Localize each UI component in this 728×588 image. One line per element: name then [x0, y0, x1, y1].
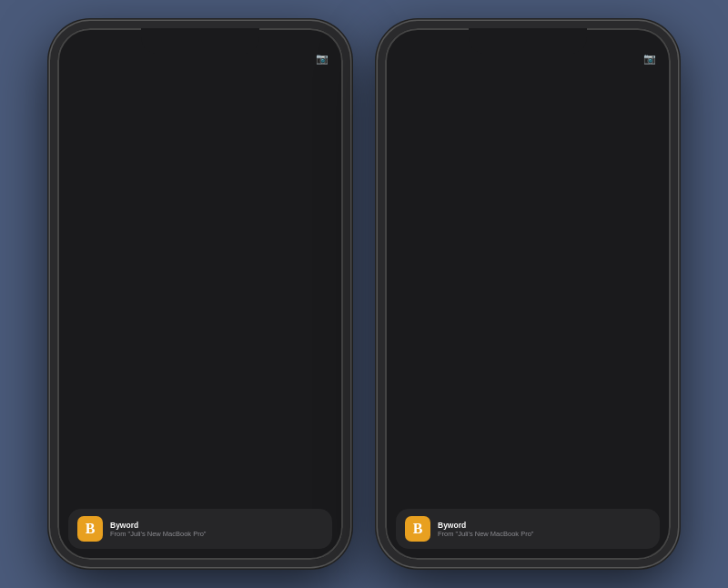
menu-calendar-1[interactable]: 📅 Calendar ›: [57, 299, 230, 320]
menu-icon-activity-1: ◉: [62, 260, 76, 275]
safari-img-1: [212, 146, 343, 182]
menu-breathe-2[interactable]: ◎ Breathe ›: [385, 279, 558, 299]
menu-heartrate-1[interactable]: ♥ Heart Rate ›: [57, 383, 230, 404]
watch-icon-1: [62, 72, 80, 90]
watch-header-2: Watch: [385, 65, 558, 96]
menu-icon-clock-1: ⏰: [62, 323, 76, 338]
watch-menu-2: ⚙ General › ▲▲▲ Cellular › ☀ Brightness …: [385, 111, 558, 404]
phone-2: 📷 🧭 9to5mac.com To give us a bett genera…: [378, 21, 678, 567]
menu-sos-2[interactable]: SOS Emergency SOS ›: [385, 216, 558, 237]
camera-icon-2: 📷: [643, 53, 656, 65]
menu-icon-activity-2: ◉: [389, 260, 404, 275]
menu-label-privacy-1: Privacy: [82, 242, 218, 251]
menu-icon-brightness-2: ☀: [389, 156, 404, 170]
menu-heartrate-2[interactable]: ♥ Heart Rate ›: [385, 383, 558, 404]
safari-text-1: Following the review models, iFixit la v…: [212, 119, 343, 142]
menu-label-passcode-2: Passcode: [410, 200, 546, 209]
menu-icon-passcode-2: 🔒: [389, 198, 404, 212]
menu-icon-privacy-2: ✋: [389, 239, 404, 254]
menu-label-sos-2: Emergency SOS: [410, 221, 546, 230]
menu-label-calendar-2: Calendar: [410, 305, 546, 314]
menu-brightness-1[interactable]: ☀ Brightness & Text Size ›: [57, 153, 230, 174]
menu-cellular-1[interactable]: ▲▲▲ Cellular ›: [57, 132, 230, 153]
menu-label-cellular-2: Cellular: [410, 137, 546, 147]
menu-health-1[interactable]: ❤ Health ›: [57, 362, 230, 383]
menu-label-contacts-2: Contacts: [410, 347, 546, 356]
menu-label-sos-1: Emergency SOS: [82, 221, 218, 230]
menu-label-activity-1: Activity: [82, 263, 218, 272]
menu-label-general-1: General: [82, 117, 218, 126]
menu-icon-cellular-1: ▲▲▲: [62, 135, 76, 149]
menu-chevron-general-1: ›: [218, 117, 221, 126]
notification-banner-2[interactable]: B Byword From "Juli's New MacBook Pro": [396, 509, 660, 549]
menu-icon-general-1: ⚙: [62, 114, 76, 128]
safari-text2-1: Apple today sub planned Federatio Melbou…: [212, 223, 343, 238]
menu-privacy-1[interactable]: ✋ Privacy ›: [57, 237, 230, 258]
notif-app-name-1: Byword: [110, 521, 323, 530]
menu-general-1[interactable]: ⚙ General ›: [57, 111, 230, 132]
menu-clock-1[interactable]: ⏰ Clock ›: [57, 320, 230, 341]
menu-passcode-2[interactable]: 🔒 Passcode ›: [385, 195, 558, 216]
menu-label-calendar-1: Calendar: [82, 305, 218, 314]
menu-label-activity-2: Activity: [410, 263, 546, 272]
menu-general-2[interactable]: ⚙ General ›: [385, 111, 558, 132]
menu-health-2[interactable]: ❤ Health ›: [385, 362, 558, 383]
menu-sounds-2[interactable]: 🔔 Sounds & Haptics ›: [385, 174, 558, 195]
phone-screen-1: 📷 🧭 9to5mac.com iFixit Tests Sili MacBoo…: [57, 28, 343, 560]
notif-app-sub-2: From "Juli's New MacBook Pro": [438, 530, 651, 538]
menu-label-general-2: General: [410, 117, 546, 126]
menu-icon-breathe-1: ◎: [62, 281, 76, 296]
menu-passcode-1[interactable]: 🔒 Passcode ›: [57, 195, 230, 216]
menu-clock-2[interactable]: ⏰ Clock ›: [385, 320, 558, 341]
menu-contacts-2[interactable]: 👤 Contacts ›: [385, 341, 558, 362]
menu-breathe-1[interactable]: ◎ Breathe ›: [57, 279, 230, 299]
menu-brightness-2[interactable]: ☀ Brightness & Text Size ›: [385, 153, 558, 174]
menu-icon-general-2: ⚙: [389, 114, 404, 128]
menu-label-health-1: Health: [82, 368, 218, 377]
notch-1: [141, 28, 259, 54]
menu-icon-sounds-2: 🔔: [389, 177, 404, 191]
my-watch-label-2: My Watch: [385, 96, 558, 111]
menu-label-sounds-1: Sounds & Haptics: [82, 179, 218, 188]
notif-app-sub-1: From "Juli's New MacBook Pro": [110, 530, 323, 538]
watch-card-2: Watch My Watch ⚙ General › ▲▲▲ Cellular …: [385, 65, 558, 510]
safari-title-1: iFixit Tests Sili MacBook Pro K: [212, 100, 343, 108]
watch-header-1: Watch: [57, 65, 230, 96]
menu-label-heartrate-2: Heart Rate: [410, 389, 546, 398]
menu-icon-passcode-1: 🔒: [62, 198, 76, 212]
menu-activity-2[interactable]: ◉ Activity ›: [385, 258, 558, 279]
menu-icon-cellular-2: ▲▲▲: [389, 135, 404, 149]
menu-icon-health-2: ❤: [389, 365, 404, 380]
menu-icon-sos-1: SOS: [62, 218, 76, 233]
camera-icon: 📷: [316, 53, 329, 65]
phone-screen-2: 📷 🧭 9to5mac.com To give us a bett genera…: [385, 28, 671, 560]
notification-banner-1[interactable]: B Byword From "Juli's New MacBook Pro": [68, 509, 332, 549]
notch-2: [469, 28, 587, 54]
menu-label-brightness-2: Brightness & Text Size: [410, 158, 546, 167]
menu-label-passcode-1: Passcode: [82, 200, 218, 209]
menu-label-brightness-1: Brightness & Text Size: [82, 158, 218, 167]
menu-label-cellular-1: Cellular: [82, 137, 218, 147]
menu-contacts-1[interactable]: 👤 Contacts ›: [57, 341, 230, 362]
menu-calendar-2[interactable]: 📅 Calendar ›: [385, 299, 558, 320]
menu-icon-contacts-1: 👤: [62, 344, 76, 359]
menu-sounds-1[interactable]: 🔔 Sounds & Haptics ›: [57, 174, 230, 195]
menu-chevron-2: ›: [546, 117, 549, 126]
watch-app-title-1: Watch: [86, 76, 116, 86]
menu-cellular-2[interactable]: ▲▲▲ Cellular ›: [385, 132, 558, 153]
safari-title2-1: Apple Revises Federation Sq: [212, 205, 343, 213]
watch-card-1: Watch My Watch ⚙ General › ▲▲▲ Cellular …: [57, 65, 230, 510]
menu-activity-1[interactable]: ◉ Activity ›: [57, 258, 230, 279]
menu-icon-heartrate-1: ♥: [62, 386, 76, 400]
menu-icon-contacts-2: 👤: [389, 344, 404, 359]
menu-sos-1[interactable]: SOS Emergency SOS ›: [57, 216, 230, 237]
notif-icon-1: B: [77, 516, 103, 542]
menu-label-privacy-2: Privacy: [410, 242, 546, 251]
safari-date-1: Jul 19, 2018 12:2: [212, 110, 343, 117]
menu-label-health-2: Health: [410, 368, 546, 377]
menu-label-heartrate-1: Heart Rate: [82, 389, 218, 398]
menu-icon-privacy-1: ✋: [62, 239, 76, 254]
menu-privacy-2[interactable]: ✋ Privacy ›: [385, 237, 558, 258]
menu-icon-clock-2: ⏰: [389, 323, 404, 338]
watch-app-title-2: Watch: [413, 76, 443, 86]
